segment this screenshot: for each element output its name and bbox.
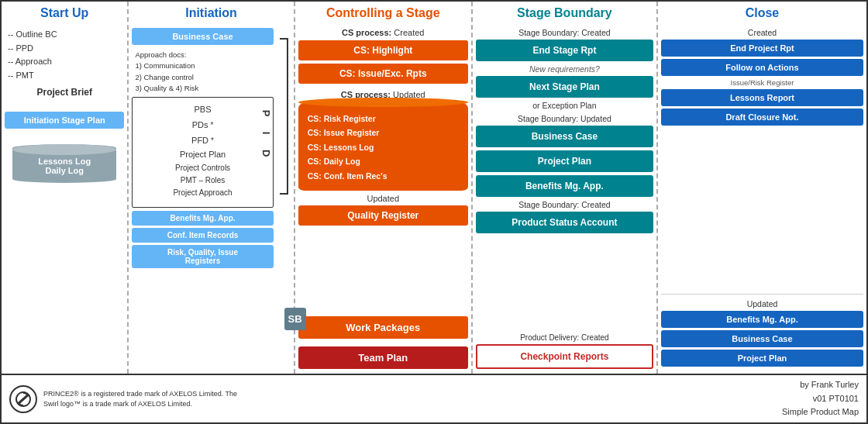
issue-risk-text: Issue/Risk Register [661,78,863,87]
controls-text: Project ControlsPMT – RolesProject Appro… [136,162,269,199]
column-close: Close Created End Project Rpt Follow on … [658,2,866,374]
startup-item-1: -- Outline BC [8,28,124,42]
footer-map-type: Simple Product Map [782,405,859,419]
star1: * [211,121,214,129]
cs-created-label: CS process: Created [298,28,468,37]
footer-right: by Frank Turley v01 PT0101 Simple Produc… [782,378,859,419]
initiation-stage-plan-box: Initiation Stage Plan [5,112,124,129]
cs-item-1: CS: Risk Register [308,112,462,126]
close-header: Close [661,6,863,23]
end-project-rpt-box: End Project Rpt [661,40,863,57]
checkpoint-reports-box: Checkpoint Reports [476,344,653,369]
cs-cylinder: CS: Risk Register CS: Issue Register CS:… [298,102,468,191]
column-controlling: Controlling a Stage CS process: Created … [295,2,473,374]
sb-badge: SB [284,308,306,330]
conf-items-box: Conf. Item Records [132,228,273,243]
startup-item-2: -- PPD [8,42,124,56]
cs-item-3: CS: Lessons Log [308,140,462,154]
project-brief: Project Brief [5,87,124,98]
column-startup: Start Up -- Outline BC -- PPD -- Approac… [2,2,129,374]
star2: * [211,136,214,145]
footer-version: v01 PT0101 [782,392,859,406]
swirl-icon [14,390,33,408]
column-initiation: Initiation Business Case Approach docs:1… [129,2,294,374]
sb-business-case-box: Business Case [476,126,653,147]
sb-benefits-mg-box: Benefits Mg. App. [476,175,653,197]
cs-item-5: CS: Conf. Item Rec's [308,169,462,183]
lessons-log-cylinder: Lessons Log Daily Log [12,144,116,183]
close-divider [661,294,863,295]
new-requirements: New requirements? [476,64,653,74]
startup-header: Start Up [5,6,124,23]
lessons-log-text: Lessons Log [17,157,112,166]
footer-trademark-text: PRINCE2® is a registered trade mark of A… [43,389,245,408]
daily-log-text: Daily Log [17,166,112,175]
axelos-logo [9,385,37,413]
pid-label: P I D [260,110,272,164]
approach-docs: Approach docs:1) Communication2) Change … [135,50,273,94]
startup-item-4: -- PMT [8,69,124,83]
draft-closure-box: Draft Closure Not. [661,109,863,126]
close-updated-label: Updated [661,299,863,309]
follow-on-actions-box: Follow on Actions [661,59,863,76]
updated-label: Updated [298,194,468,203]
risk-quality-box: Risk, Quality, IssueRegisters [132,245,273,268]
team-plan-box: Team Plan [298,346,468,369]
product-delivery-text: Product Delivery: Created [476,333,653,342]
sb-updated: Stage Boundary: Updated [476,114,653,123]
business-case-box: Business Case [132,28,273,45]
next-stage-plan-box: Next Stage Plan [476,76,653,98]
highlight-box: CS: Highlight [298,40,468,60]
pbs-section-box: PBS PDs * PFD * Project Plan Project Con… [132,97,273,208]
footer-author: by Frank Turley [782,378,859,392]
close-created-label: Created [661,28,863,37]
work-packages-box: Work Packages [298,316,468,339]
pid-bracket-svg [274,31,291,202]
column-stage-boundary: Stage Boundary Stage Boundary: Created E… [473,2,658,374]
project-plan-text: Project Plan [136,150,269,159]
startup-item-3: -- Approach [8,55,124,69]
footer: PRINCE2® is a registered trade mark of A… [2,375,866,422]
initiation-bracket-container: Business Case Approach docs:1) Communica… [132,28,290,369]
pbs-text: PBS PDs * PFD * [136,102,269,148]
stage-boundary-header: Stage Boundary [476,6,653,23]
sb-project-plan-box: Project Plan [476,150,653,172]
close-business-case-box: Business Case [661,330,863,347]
sb-created-2: Stage Boundary: Created [476,200,653,209]
cs-item-4: CS: Daily Log [308,154,462,168]
product-status-box: Product Status Account [476,212,653,233]
content-area: Start Up -- Outline BC -- PPD -- Approac… [2,2,866,375]
cs-item-2: CS: Issue Register [308,126,462,140]
sb-created-1: Stage Boundary: Created [476,28,653,37]
benefits-box: Benefits Mg. App. [132,211,273,226]
initiation-header: Initiation [132,6,290,23]
main-container: Start Up -- Outline BC -- PPD -- Approac… [0,0,868,424]
close-benefits-box: Benefits Mg. App. [661,311,863,328]
startup-list: -- Outline BC -- PPD -- Approach -- PMT [8,28,124,82]
lessons-report-box: Lessons Report [661,89,863,106]
close-project-plan-box: Project Plan [661,350,863,367]
end-stage-rpt-box: End Stage Rpt [476,40,653,61]
controlling-header: Controlling a Stage [298,6,468,23]
issue-rpts-box: CS: Issue/Exc. Rpts [298,64,468,84]
or-exception-plan: or Exception Plan [476,101,653,110]
init-content: Business Case Approach docs:1) Communica… [132,28,273,369]
quality-register-box: Quality Register [298,205,468,226]
